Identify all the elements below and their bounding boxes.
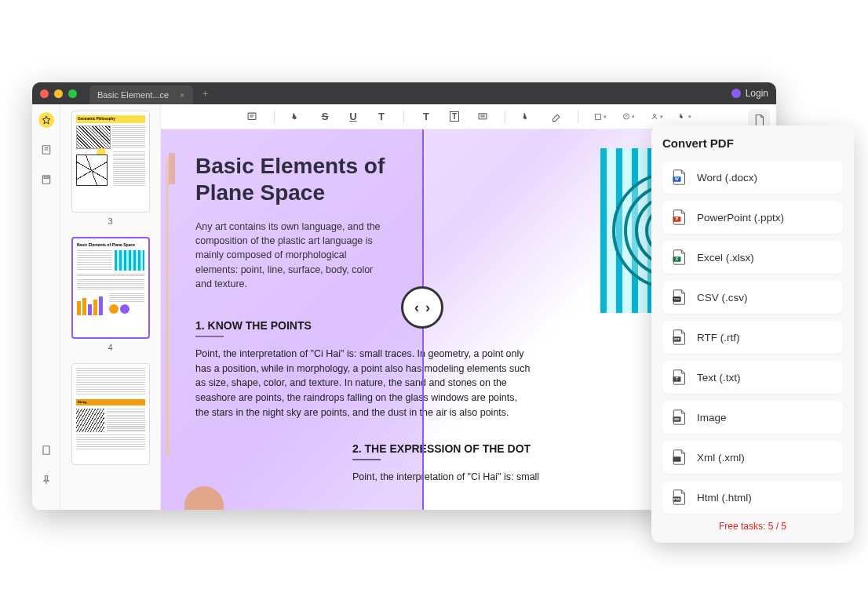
file-type-icon: RTF bbox=[672, 329, 686, 345]
convert-option-label: Excel (.xlsx) bbox=[697, 252, 754, 264]
convert-option[interactable]: W Word (.docx) bbox=[662, 161, 843, 194]
convert-option[interactable]: T Text (.txt) bbox=[662, 361, 843, 394]
left-rail bbox=[32, 104, 60, 510]
signature-dropdown[interactable] bbox=[651, 111, 663, 123]
thumb-title: String bbox=[76, 399, 145, 405]
convert-option-label: Xml (.xml) bbox=[697, 452, 745, 464]
eraser-icon[interactable] bbox=[549, 111, 562, 123]
convert-option-label: RTF (.rtf) bbox=[697, 332, 740, 344]
document-intro-text: Any art contains its own language, and t… bbox=[195, 220, 392, 291]
login-label: Login bbox=[746, 88, 768, 99]
svg-text:HTML: HTML bbox=[673, 498, 680, 501]
underline-icon[interactable]: U bbox=[347, 111, 359, 123]
document-body-text: Point, the interpretation of "Ci Hai" is… bbox=[195, 347, 533, 420]
file-type-icon: X bbox=[672, 249, 686, 265]
svg-rect-10 bbox=[479, 113, 487, 118]
convert-option[interactable]: X Excel (.xlsx) bbox=[662, 241, 843, 274]
file-type-icon: IMG bbox=[672, 409, 686, 425]
thumb-title: Geometric Philosophy bbox=[76, 115, 145, 123]
convert-option-label: Image bbox=[697, 412, 727, 424]
convert-option-label: CSV (.csv) bbox=[697, 292, 748, 304]
convert-option-label: Text (.txt) bbox=[697, 372, 741, 384]
page-tool-icon[interactable] bbox=[38, 142, 54, 158]
svg-rect-5 bbox=[42, 446, 49, 455]
freetext-icon[interactable]: T bbox=[420, 111, 432, 123]
thumbnail-item[interactable]: Basic Elements of Plane Space bbox=[71, 237, 149, 352]
convert-option[interactable]: IMG Image bbox=[662, 401, 843, 434]
tab-title: Basic Element...ce bbox=[97, 90, 169, 100]
svg-text:IMG: IMG bbox=[674, 418, 680, 421]
svg-text:CSV: CSV bbox=[674, 298, 680, 301]
document-tab[interactable]: Basic Element...ce × bbox=[89, 85, 193, 104]
svg-point-15 bbox=[654, 115, 656, 117]
file-type-icon: W bbox=[672, 169, 686, 185]
svg-rect-7 bbox=[248, 113, 256, 119]
bookmark-tool-icon[interactable] bbox=[38, 172, 54, 187]
minimize-window-button[interactable] bbox=[54, 89, 63, 98]
stamp-dropdown[interactable] bbox=[622, 111, 635, 123]
pin-tool-icon[interactable] bbox=[38, 472, 54, 488]
file-type-icon: T bbox=[672, 369, 686, 385]
svg-rect-13 bbox=[596, 114, 601, 119]
thumbnail-item[interactable]: String bbox=[71, 363, 149, 465]
file-type-icon: HTML bbox=[672, 489, 686, 505]
tab-close-icon[interactable]: × bbox=[180, 90, 184, 100]
compare-slider-handle[interactable]: ‹ › bbox=[401, 286, 443, 329]
svg-text:T: T bbox=[676, 376, 678, 381]
thumb-page-number: 4 bbox=[71, 343, 149, 352]
page-thumbnail-4[interactable]: Basic Elements of Plane Space bbox=[71, 237, 150, 339]
attachment-tool-icon[interactable] bbox=[38, 442, 54, 458]
convert-option[interactable]: CSV CSV (.csv) bbox=[662, 281, 843, 314]
convert-option-label: PowerPoint (.pptx) bbox=[697, 212, 784, 224]
file-type-icon: CSV bbox=[672, 289, 686, 305]
avatar-icon bbox=[731, 89, 741, 98]
svg-rect-30 bbox=[673, 456, 681, 462]
text-icon[interactable]: T bbox=[375, 111, 388, 123]
titlebar: Basic Element...ce × + Login bbox=[32, 82, 776, 104]
callout-icon[interactable] bbox=[476, 111, 489, 123]
link-dropdown[interactable] bbox=[679, 111, 691, 123]
textbox-icon[interactable]: T bbox=[448, 111, 461, 123]
convert-panel-title: Convert PDF bbox=[662, 136, 843, 150]
convert-option[interactable]: Xml (.xml) bbox=[662, 441, 843, 474]
document-body-text: Point, the interpretation of "Ci Hai" is… bbox=[352, 470, 690, 485]
pen-icon[interactable] bbox=[521, 111, 534, 123]
document-title: Basic Elements of Plane Space bbox=[195, 153, 415, 205]
strikethrough-icon[interactable]: S bbox=[319, 111, 331, 123]
file-type-icon bbox=[672, 449, 686, 465]
thumbnail-panel: Geometric Philosophy 3 bbox=[60, 104, 161, 510]
svg-text:RTF: RTF bbox=[674, 338, 679, 341]
note-icon[interactable] bbox=[246, 111, 258, 123]
convert-option[interactable]: RTF RTF (.rtf) bbox=[662, 321, 843, 354]
highlight-icon[interactable] bbox=[290, 111, 303, 123]
svg-rect-4 bbox=[44, 177, 49, 179]
convert-pdf-panel: Convert PDF W Word (.docx) P PowerPoint … bbox=[651, 125, 854, 543]
page-thumbnail-3[interactable]: Geometric Philosophy bbox=[71, 111, 150, 213]
convert-option[interactable]: HTML Html (.html) bbox=[662, 481, 843, 514]
traffic-lights bbox=[40, 89, 77, 98]
svg-text:W: W bbox=[675, 176, 679, 181]
close-window-button[interactable] bbox=[40, 89, 49, 98]
svg-point-14 bbox=[624, 114, 629, 119]
chevron-left-icon: ‹ bbox=[414, 300, 419, 316]
new-tab-button[interactable]: + bbox=[202, 87, 209, 100]
login-button[interactable]: Login bbox=[731, 88, 768, 99]
thumb-page-number: 3 bbox=[71, 216, 149, 226]
file-type-icon: P bbox=[672, 209, 686, 225]
shape-dropdown[interactable] bbox=[594, 111, 607, 123]
highlighter-tool-icon[interactable] bbox=[38, 112, 54, 128]
convert-option-label: Word (.docx) bbox=[697, 172, 757, 184]
maximize-window-button[interactable] bbox=[68, 89, 77, 98]
page-thumbnail-5[interactable]: String bbox=[71, 363, 150, 465]
chevron-right-icon: › bbox=[425, 300, 430, 316]
convert-option-label: Html (.html) bbox=[697, 492, 752, 504]
convert-option[interactable]: P PowerPoint (.pptx) bbox=[662, 201, 843, 234]
thumb-title: Basic Elements of Plane Space bbox=[77, 242, 144, 248]
thumbnail-item[interactable]: Geometric Philosophy 3 bbox=[71, 111, 149, 226]
free-tasks-label: Free tasks: 5 / 5 bbox=[662, 521, 843, 532]
